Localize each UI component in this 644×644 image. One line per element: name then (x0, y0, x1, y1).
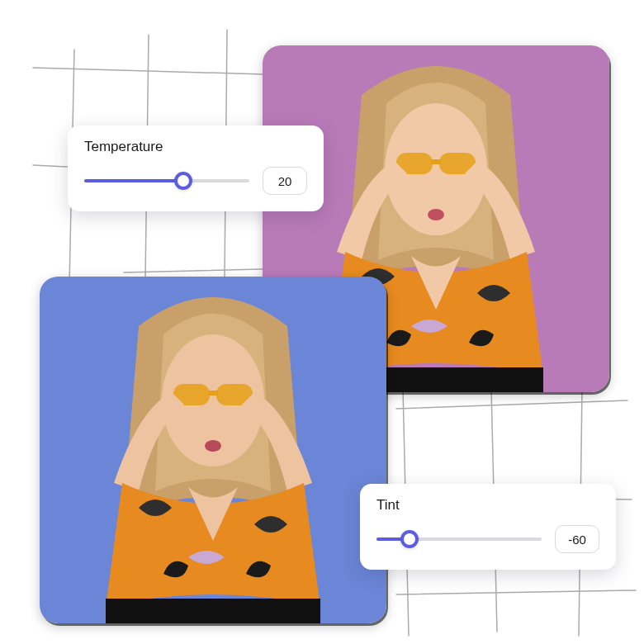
svg-point-24 (205, 440, 221, 452)
temperature-value[interactable]: 20 (263, 167, 307, 195)
svg-rect-25 (106, 599, 320, 623)
temperature-panel: Temperature 20 (68, 125, 324, 211)
svg-rect-16 (431, 159, 441, 164)
temperature-slider-thumb[interactable] (174, 172, 192, 190)
svg-line-3 (396, 400, 627, 409)
tint-value[interactable]: -60 (555, 525, 599, 553)
temperature-label: Temperature (84, 139, 307, 155)
photo-preview-cool (40, 277, 386, 623)
svg-point-17 (428, 209, 444, 220)
tint-slider[interactable] (376, 529, 542, 549)
temperature-slider[interactable] (84, 171, 249, 191)
tint-panel: Tint -60 (360, 484, 616, 570)
temperature-slider-fill (84, 179, 183, 182)
tint-slider-thumb[interactable] (400, 530, 419, 548)
svg-line-5 (396, 590, 636, 594)
svg-rect-23 (208, 391, 218, 395)
tint-label: Tint (376, 497, 599, 514)
svg-line-0 (33, 68, 264, 74)
